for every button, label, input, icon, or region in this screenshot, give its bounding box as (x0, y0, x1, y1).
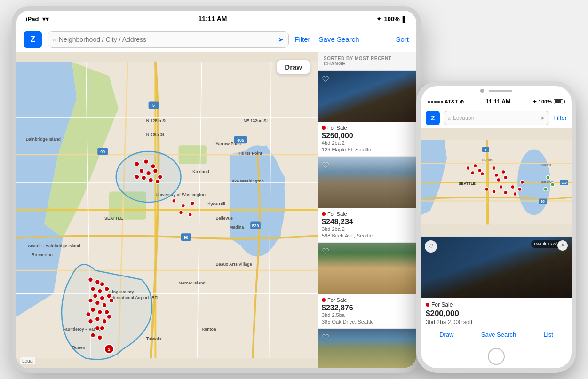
svg-text:Beaux Arts Village: Beaux Arts Village (215, 262, 252, 267)
ipad-battery-icon: ▌ (403, 16, 407, 23)
svg-text:Lake Washington: Lake Washington (230, 179, 264, 183)
iphone-map[interactable]: SEATTLE Bellevue Kirkland NE 45th 5 520 … (421, 128, 572, 236)
svg-point-111 (480, 172, 484, 175)
for-sale-label-3: For Sale (327, 297, 347, 303)
ipad-search-bar[interactable]: ⌕ ➤ (48, 31, 289, 48)
svg-text:N 85th St: N 85th St (146, 132, 164, 137)
save-search-button[interactable]: Save Search (319, 35, 359, 43)
svg-point-108 (473, 164, 477, 167)
svg-point-61 (100, 282, 104, 287)
listing-card-1[interactable]: ♡ For Sale $250,000 4bd 2ba 2 123 Maple … (318, 71, 416, 157)
iphone-draw-button[interactable]: Draw (439, 331, 453, 338)
svg-point-65 (93, 293, 97, 298)
iphone-bluetooth-icon: ✦ (532, 99, 537, 105)
svg-point-123 (518, 187, 522, 191)
favorite-icon-1[interactable]: ♡ (322, 74, 329, 85)
for-sale-dot-1 (322, 126, 326, 130)
iphone-home-button[interactable] (488, 348, 505, 365)
svg-text:– Bremerton: – Bremerton (28, 253, 53, 257)
iphone-status-bar: AT&T ⊕ 11:11 AM ✦ 100% (421, 95, 572, 108)
signal-strength (428, 101, 443, 103)
svg-point-48 (135, 162, 139, 166)
svg-point-87 (182, 204, 185, 207)
iphone-for-sale-dot (426, 303, 429, 307)
svg-text:90: 90 (541, 200, 545, 203)
favorite-icon-2[interactable]: ♡ (322, 160, 329, 171)
iphone-listing-price: $200,000 (426, 309, 567, 318)
iphone-location-icon[interactable]: ➤ (540, 115, 545, 121)
iphone-list-button[interactable]: List (544, 331, 553, 338)
iphone-nav-bar: Z ⌕ Location ➤ Filter (421, 108, 572, 128)
svg-point-58 (155, 179, 160, 184)
iphone-wifi-icon: ⊕ (460, 99, 464, 105)
iphone-camera (480, 89, 484, 93)
iphone-battery-icon (554, 99, 565, 104)
svg-point-90 (188, 213, 192, 217)
listing-card-2[interactable]: ♡ For Sale $248,234 3bd 2ba 2 598 Birch … (318, 157, 416, 243)
ipad-search-input[interactable] (59, 36, 275, 43)
iphone-close-icon[interactable]: ✕ (557, 240, 568, 251)
search-icon: ⌕ (53, 36, 56, 43)
filter-button[interactable]: Filter (294, 35, 310, 43)
svg-point-76 (102, 319, 107, 324)
svg-point-115 (504, 175, 508, 179)
listing-image-1: ♡ (318, 71, 416, 122)
svg-text:Renton: Renton (202, 327, 216, 332)
draw-button[interactable]: Draw (277, 60, 310, 74)
ipad-time: 11:11 AM (199, 15, 227, 23)
ipad-bluetooth-icon: ✦ (376, 16, 381, 23)
svg-point-86 (172, 199, 176, 203)
svg-text:NE 132nd St: NE 132nd St (243, 118, 268, 123)
svg-text:Hunts Point: Hunts Point (239, 151, 262, 156)
svg-point-110 (471, 171, 475, 174)
svg-point-81 (91, 333, 95, 338)
listing-card-4[interactable]: ♡ For Sale $214,485 2bd 1.75ba (318, 329, 416, 368)
signal-dot-4 (437, 101, 440, 103)
svg-point-68 (88, 298, 93, 303)
svg-point-126 (551, 182, 555, 186)
svg-point-62 (91, 286, 95, 291)
iphone-speaker (489, 90, 512, 92)
svg-point-114 (501, 170, 505, 174)
svg-text:90: 90 (183, 235, 188, 240)
svg-text:520: 520 (561, 181, 567, 184)
svg-point-72 (91, 308, 95, 312)
svg-point-117 (499, 185, 503, 189)
iphone-listing-details: 3bd 2ba 2,000 sqft (426, 319, 567, 324)
for-sale-label-2: For Sale (327, 211, 347, 217)
svg-point-80 (100, 326, 104, 331)
favorite-icon-3[interactable]: ♡ (322, 246, 329, 257)
ipad-nav-actions: Filter Save Search Sort (294, 35, 409, 43)
zillow-logo[interactable]: Z (24, 31, 42, 48)
svg-point-120 (504, 190, 508, 194)
iphone-zillow-logo[interactable]: Z (426, 111, 440, 125)
iphone-status-left: AT&T ⊕ (428, 99, 464, 105)
svg-text:5: 5 (485, 148, 486, 151)
svg-point-49 (144, 159, 149, 164)
legal-text: Legal (20, 357, 35, 364)
listing-price-3: $232,876 (322, 304, 413, 312)
iphone-save-search-button[interactable]: Save Search (481, 331, 516, 338)
iphone-search-icon: ⌕ (448, 115, 451, 121)
svg-point-52 (146, 171, 151, 175)
listing-details-1: 4bd 2ba 2 (322, 140, 413, 146)
iphone-search-bar[interactable]: ⌕ Location ➤ (444, 111, 549, 125)
svg-point-57 (135, 174, 139, 179)
svg-text:N 125th St: N 125th St (146, 118, 167, 123)
svg-point-118 (492, 190, 496, 193)
svg-point-127 (544, 187, 548, 191)
svg-point-54 (158, 174, 162, 179)
iphone-favorite-icon[interactable]: ♡ (425, 240, 437, 253)
ipad-nav-bar: Z ⌕ ➤ Filter Save Search Sort (16, 27, 416, 52)
svg-text:Bellevue: Bellevue (215, 216, 233, 221)
svg-point-88 (191, 201, 194, 205)
listing-address-3: 385 Oak Drive, Seattle (322, 319, 413, 324)
listing-card-3[interactable]: ♡ For Sale $232,876 3bd 2.5ba 385 Oak Dr… (318, 243, 416, 329)
sort-button[interactable]: Sort (396, 35, 409, 43)
ipad-map[interactable]: Bainbridge Island Seattle - Bainbridge I… (16, 52, 318, 368)
favorite-icon-4[interactable]: ♡ (322, 332, 329, 343)
svg-text:Bainbridge Island: Bainbridge Island (26, 137, 61, 142)
iphone-filter-button[interactable]: Filter (553, 114, 567, 121)
signal-dot-5 (441, 101, 443, 103)
location-arrow-icon[interactable]: ➤ (278, 36, 284, 43)
